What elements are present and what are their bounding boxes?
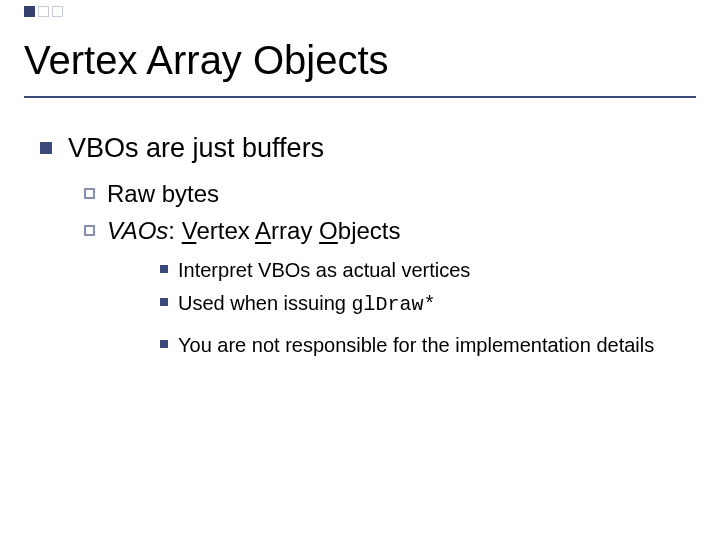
slide: Vertex Array Objects VBOs are just buffe… [0,0,720,540]
underline-v: V [182,217,197,244]
hollow-square-bullet-icon [84,188,95,199]
decor-square-icon [24,6,35,17]
code-text: glDraw* [351,293,435,316]
level-3-group: Interpret VBOs as actual vertices Used w… [160,257,690,359]
text: bjects [338,217,401,244]
title-divider [24,96,696,98]
bullet-level-3: Interpret VBOs as actual vertices [160,257,690,284]
bullet-text: Interpret VBOs as actual vertices [178,257,470,284]
slide-body: VBOs are just buffers Raw bytes VAOs: Ve… [40,130,690,365]
text: ertex [196,217,255,244]
square-bullet-icon [40,142,52,154]
square-bullet-icon [160,340,168,348]
text: Used when issuing [178,292,351,314]
vaos-label: VAOs [107,217,168,244]
slide-title: Vertex Array Objects [24,38,389,83]
colon-text: : [168,217,181,244]
bullet-text: You are not responsible for the implemen… [178,332,654,359]
bullet-level-2: VAOs: Vertex Array Objects [84,215,690,247]
decor-square-icon [38,6,49,17]
bullet-level-2: Raw bytes [84,178,690,210]
square-bullet-icon [160,265,168,273]
underline-a: A [255,217,271,244]
hollow-square-bullet-icon [84,225,95,236]
bullet-level-3: Used when issuing glDraw* [160,290,690,318]
bullet-level-3: You are not responsible for the implemen… [160,332,690,359]
square-bullet-icon [160,298,168,306]
text: rray [271,217,319,244]
bullet-text: VAOs: Vertex Array Objects [107,215,400,247]
decor-squares [24,6,63,17]
underline-o: O [319,217,338,244]
bullet-level-1: VBOs are just buffers [40,130,690,166]
decor-square-icon [52,6,63,17]
level-2-group: Raw bytes VAOs: Vertex Array Objects Int… [84,178,690,359]
bullet-text: VBOs are just buffers [68,130,324,166]
bullet-text: Used when issuing glDraw* [178,290,435,318]
bullet-text: Raw bytes [107,178,219,210]
